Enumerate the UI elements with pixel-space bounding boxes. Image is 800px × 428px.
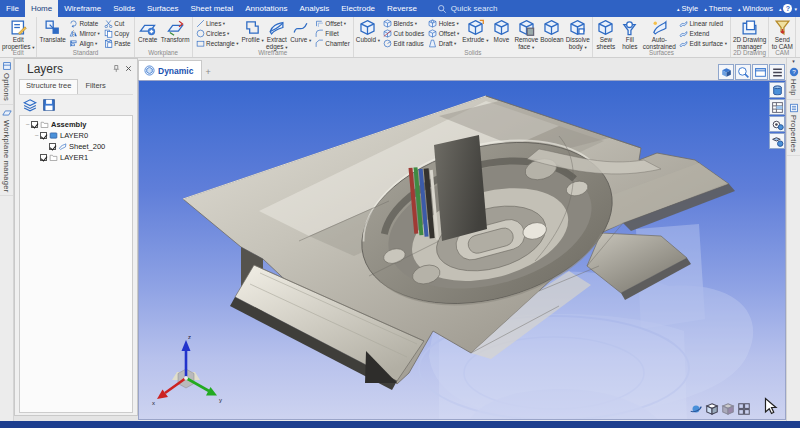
- fillet-button[interactable]: Fillet: [314, 28, 351, 38]
- tree-row-layer1[interactable]: LAYER1: [20, 152, 132, 163]
- ribbon-column: RotateMirror▾Align▾: [67, 18, 102, 49]
- mirror-icon: [69, 29, 78, 38]
- viewport-tool-grid-view[interactable]: [769, 99, 785, 115]
- viewport-tool-visibility-cube[interactable]: [769, 133, 785, 149]
- menu-tab-analysis[interactable]: Analysis: [293, 0, 335, 17]
- 2d-drawing-manager-button[interactable]: 2D Drawingmanager: [732, 18, 767, 49]
- viewport-tool-visibility-gear[interactable]: [769, 116, 785, 132]
- titlebar-windows[interactable]: ▴Windows: [738, 4, 773, 13]
- menu-tab-sheet-metal[interactable]: Sheet metal: [185, 0, 240, 17]
- menu-tab-electrode[interactable]: Electrode: [335, 0, 381, 17]
- circles-button[interactable]: Circles▾: [195, 28, 240, 38]
- titlebar-theme[interactable]: ▴Theme: [704, 4, 732, 13]
- align-button[interactable]: Align▾: [68, 39, 101, 49]
- menu-tab-wireframe[interactable]: Wireframe: [58, 0, 107, 17]
- lines-button[interactable]: Lines▾: [195, 18, 240, 28]
- extend-button[interactable]: Extend: [678, 28, 728, 38]
- tree-row-layer0[interactable]: − LAYER0: [20, 130, 132, 141]
- ribbon-column: Offset▾FilletChamfer: [313, 18, 352, 49]
- view-menu-icon: [771, 66, 784, 79]
- menu-tab-surfaces[interactable]: Surfaces: [141, 0, 185, 17]
- cut-bodies-button[interactable]: Cut bodies: [382, 28, 425, 38]
- boolean-button[interactable]: Boolean: [539, 18, 564, 49]
- transform-button[interactable]: Transform: [160, 18, 191, 49]
- edit-radius-button[interactable]: Edit radius: [382, 39, 425, 49]
- profile-button[interactable]: Profile ▾: [241, 18, 265, 49]
- auto-constrained-button[interactable]: Auto-constrained: [642, 18, 677, 49]
- ribbon-group-label: Workplane: [135, 49, 192, 57]
- rotate-button[interactable]: Rotate: [68, 18, 101, 28]
- extract-edges-button[interactable]: Extractedges ▾: [265, 18, 289, 49]
- quick-search[interactable]: Quick search: [437, 0, 498, 17]
- edit-surface-button[interactable]: Edit surface▾: [678, 39, 728, 49]
- document-tab-dynamic[interactable]: Dynamic: [138, 60, 202, 80]
- checkbox[interactable]: [49, 143, 56, 150]
- dock-tab-properties[interactable]: Properties: [787, 100, 800, 156]
- dock-tab-help[interactable]: ?Help: [787, 64, 800, 100]
- remove-face-button[interactable]: Removeface ▾: [513, 18, 539, 49]
- svg-text:y: y: [219, 397, 222, 403]
- offset-button[interactable]: Offset▾: [427, 28, 460, 38]
- rectangle-button[interactable]: Rectangle▾: [195, 39, 240, 49]
- titlebar-style[interactable]: ▴Style: [677, 4, 698, 13]
- cut-button[interactable]: Cut: [103, 18, 132, 28]
- fill-holes-icon: [621, 19, 638, 36]
- edit-properties-button[interactable]: Editproperties ▾: [1, 18, 35, 49]
- panel-tab-structure-tree[interactable]: Structure tree: [19, 79, 78, 94]
- checkbox[interactable]: [31, 121, 38, 128]
- new-tab-button[interactable]: +: [205, 67, 210, 80]
- titlebar-help[interactable]: ▴?▾: [779, 4, 797, 13]
- panel-title: Layers: [27, 62, 107, 76]
- create-button[interactable]: Create: [136, 18, 160, 49]
- extract-edges-icon: [268, 19, 285, 36]
- viewport-tool-isometric-box[interactable]: [704, 401, 720, 417]
- viewport-tool-shaded-box[interactable]: [720, 401, 736, 417]
- paste-button[interactable]: Paste: [103, 39, 132, 49]
- copy-button[interactable]: Copy: [103, 28, 132, 38]
- sew-sheets-button[interactable]: Sewsheets: [594, 18, 618, 49]
- cuboid-button[interactable]: Cuboid ▾: [355, 18, 381, 49]
- translate-button[interactable]: Translate: [38, 18, 66, 49]
- panel-close-button[interactable]: [124, 64, 133, 75]
- dock-tab-options[interactable]: Options: [0, 58, 13, 105]
- menu-tab-solids[interactable]: Solids: [107, 0, 141, 17]
- viewport-tool-window-view[interactable]: [752, 64, 768, 80]
- checkbox[interactable]: [40, 154, 47, 161]
- viewport-3d[interactable]: x y z: [138, 80, 786, 420]
- panel-tab-filters[interactable]: Filters: [78, 79, 112, 94]
- ribbon-group-2d-drawing: 2D Drawingmanager2D Drawing: [731, 17, 769, 57]
- move-button[interactable]: Move: [489, 18, 513, 49]
- holes-button[interactable]: Holes▾: [427, 18, 460, 28]
- titlebar-right: ▴Style▴Theme▴Windows▴?▾: [677, 0, 797, 17]
- pin-icon[interactable]: [111, 64, 120, 75]
- offset-icon: [315, 19, 324, 28]
- menu-tab-annotations[interactable]: Annotations: [239, 0, 293, 17]
- menu-tab-home[interactable]: Home: [25, 0, 58, 17]
- tree-row-sheet-200[interactable]: Sheet_200: [20, 141, 132, 152]
- viewport-tool-orbit-view[interactable]: [688, 401, 704, 417]
- boolean-icon: [543, 19, 560, 36]
- linear-ruled-button[interactable]: Linear ruled: [678, 18, 728, 28]
- chamfer-button[interactable]: Chamfer: [314, 39, 351, 49]
- extrude-button[interactable]: Extrude ▾: [461, 18, 489, 49]
- viewport-tool-cylinder-view[interactable]: [769, 82, 785, 98]
- menu-tab-reverse[interactable]: Reverse: [381, 0, 423, 17]
- viewport-tool-display-mode[interactable]: [718, 64, 734, 80]
- shaded-box-icon: [721, 402, 735, 416]
- viewport-tool-tile-views[interactable]: [736, 401, 752, 417]
- dock-tab-workplane-manager[interactable]: Workplane manager: [0, 105, 13, 197]
- ribbon-group-wireframe: Lines▾Circles▾Rectangle▾Profile ▾Extract…: [193, 17, 354, 57]
- tree-row-assembly[interactable]: − Assembly: [20, 119, 132, 130]
- checkbox[interactable]: [40, 132, 47, 139]
- dissolve-body-button[interactable]: Dissolvebody ▾: [565, 18, 591, 49]
- menu-tab-file[interactable]: File: [0, 0, 25, 17]
- fill-holes-button[interactable]: Fillholes: [618, 18, 642, 49]
- blends-button[interactable]: Blends▾: [382, 18, 425, 28]
- mirror-button[interactable]: Mirror▾: [68, 28, 101, 38]
- send-to-cam-button[interactable]: Sendto CAM: [770, 18, 794, 49]
- draft-button[interactable]: Draft▾: [427, 39, 460, 49]
- offset-button[interactable]: Offset▾: [314, 18, 351, 28]
- curve-button[interactable]: Curve ▾: [289, 18, 313, 49]
- viewport-tool-view-menu[interactable]: [769, 64, 785, 80]
- viewport-tool-zoom-tools[interactable]: [735, 64, 751, 80]
